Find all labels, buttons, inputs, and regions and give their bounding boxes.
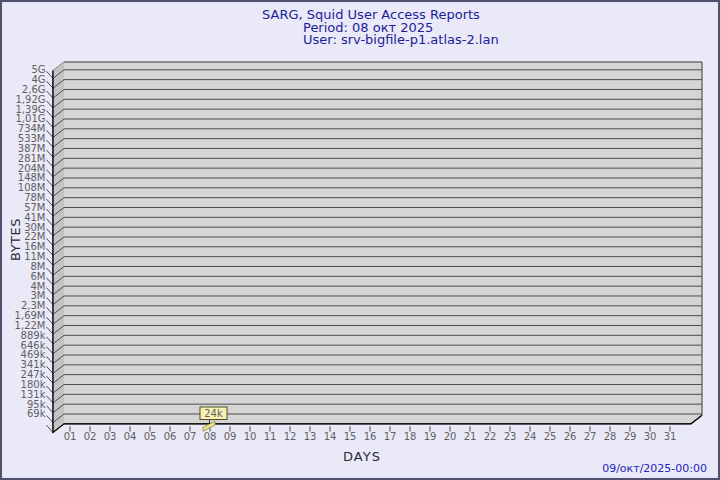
x-tick-label: 01: [64, 431, 77, 442]
x-tick-label: 15: [344, 431, 357, 442]
x-tick-label: 22: [484, 431, 497, 442]
x-tick-label: 29: [624, 431, 637, 442]
x-tick-label: 25: [544, 431, 557, 442]
x-tick-label: 30: [644, 431, 657, 442]
x-tick-label: 10: [244, 431, 257, 442]
x-tick-label: 11: [264, 431, 277, 442]
x-tick-label: 16: [364, 431, 377, 442]
x-tick-label: 18: [404, 431, 417, 442]
x-tick-label: 09: [224, 431, 237, 442]
x-tick-label: 17: [384, 431, 397, 442]
x-tick-label: 13: [304, 431, 317, 442]
x-tick-label: 23: [504, 431, 517, 442]
x-tick-label: 21: [464, 431, 477, 442]
x-tick-label: 07: [184, 431, 197, 442]
bar-value-label: 24k: [204, 408, 223, 419]
report-timestamp: 09/окт/2025-00:00: [602, 462, 707, 475]
bar-chart: 5G4G2,6G1,92G1,39G1,01G734M533M387M281M2…: [2, 2, 720, 480]
x-tick-label: 31: [664, 431, 677, 442]
x-tick-label: 12: [284, 431, 297, 442]
x-tick-label: 14: [324, 431, 337, 442]
x-tick-label: 27: [584, 431, 597, 442]
x-tick-label: 05: [144, 431, 157, 442]
x-tick-label: 02: [84, 431, 97, 442]
bar-day-08: 24k: [200, 407, 227, 431]
y-tick-label: 69k: [27, 408, 46, 419]
report-frame: SARG, Squid User Access Reports Period: …: [0, 0, 720, 480]
x-tick-label: 19: [424, 431, 437, 442]
x-tick-label: 28: [604, 431, 617, 442]
x-tick-label: 24: [524, 431, 537, 442]
x-tick-label: 26: [564, 431, 577, 442]
x-tick-label: 06: [164, 431, 177, 442]
x-tick-label: 08: [204, 431, 217, 442]
x-tick-label: 03: [104, 431, 117, 442]
y-axis-title: BYTES: [8, 210, 23, 270]
x-tick-labels: 0102030405060708091011121314151617181920…: [64, 426, 677, 442]
plot-left-wall: [53, 62, 64, 432]
x-tick-label: 20: [444, 431, 457, 442]
x-tick-label: 04: [124, 431, 137, 442]
